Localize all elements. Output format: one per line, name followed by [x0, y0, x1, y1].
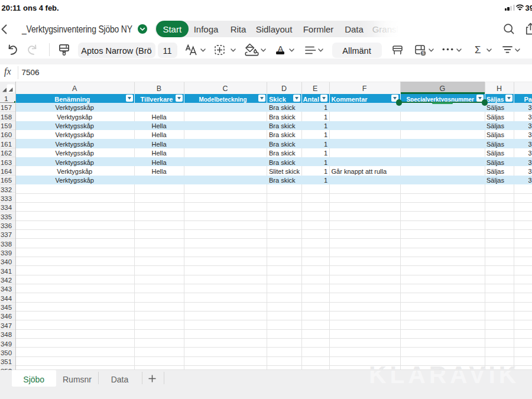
svg-text:$: $ — [422, 51, 424, 55]
